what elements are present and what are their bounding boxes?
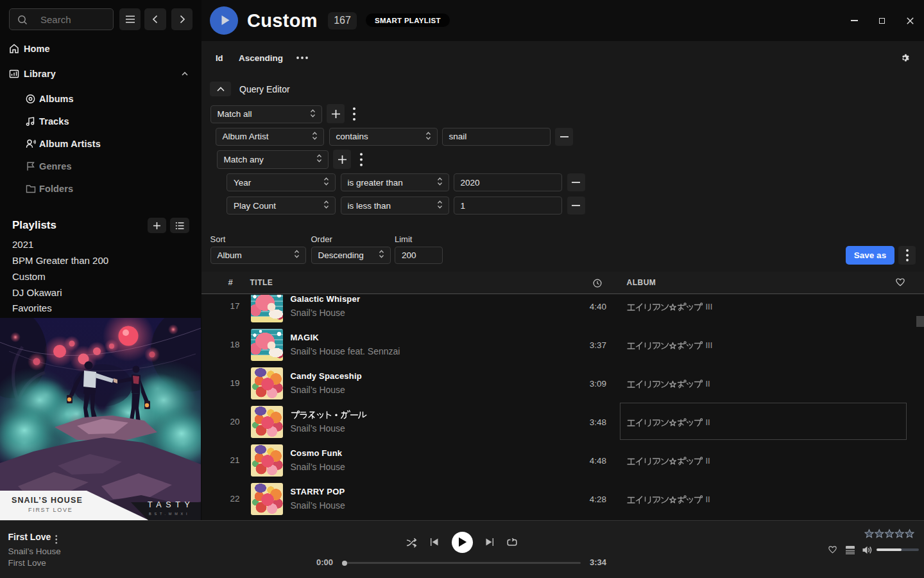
svg-text:TASTY: TASTY [148,500,194,509]
svg-text:SNAIL’S HOUSE: SNAIL’S HOUSE [12,496,83,505]
svg-text:BST.MMXI: BST.MMXI [149,512,190,516]
svg-text:FIRST LOVE: FIRST LOVE [28,507,73,513]
